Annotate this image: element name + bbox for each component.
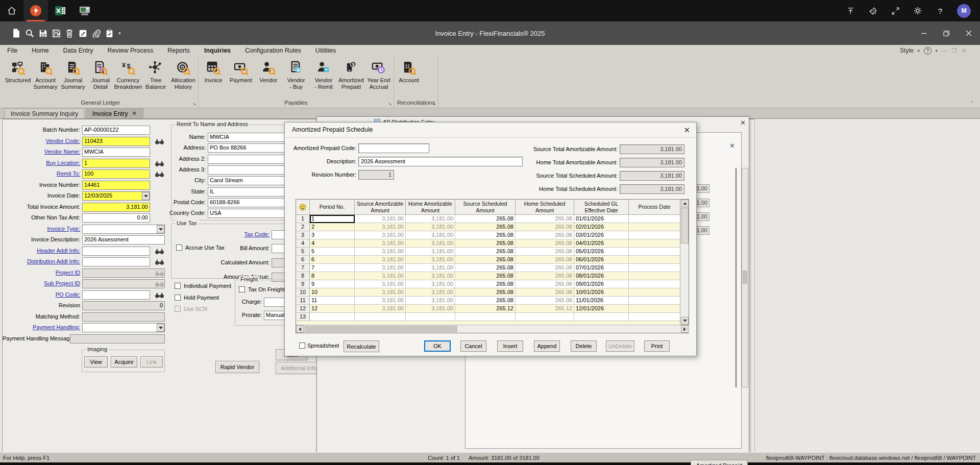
- menu-tab-home[interactable]: Home: [24, 45, 56, 56]
- menu-tab-inquiries[interactable]: Inquiries: [197, 45, 238, 56]
- cell-gl-date[interactable]: 03/01/2026: [574, 231, 629, 239]
- menu-tab-configuration-rules[interactable]: Configuration Rules: [238, 45, 308, 56]
- ribbon-account-summary[interactable]: AccountSummary: [32, 59, 59, 91]
- doc-tab-close-icon[interactable]: ✕: [132, 110, 136, 117]
- cell-src-amort[interactable]: [355, 313, 406, 321]
- ap-window-close-icon[interactable]: ✕: [740, 119, 746, 127]
- dropdown-icon-payment-handling[interactable]: [157, 324, 164, 332]
- table-horizontal-scrollbar[interactable]: [296, 325, 690, 333]
- cell-process-date[interactable]: [629, 215, 680, 223]
- cell-process-date[interactable]: [629, 313, 680, 321]
- cell-gl-date[interactable]: 01/01/2026: [574, 215, 629, 223]
- restore-button[interactable]: [935, 25, 958, 42]
- horizontal-scroll-thumb[interactable]: [304, 326, 457, 332]
- lookup-binoculars-icon-vendor-code[interactable]: [155, 138, 164, 144]
- cell-src-sched[interactable]: 265.08: [455, 280, 516, 288]
- scroll-up-icon[interactable]: [681, 200, 689, 207]
- table-header-source-amortizable[interactable]: Source Amortizable Amount: [355, 200, 406, 215]
- dropdown-icon-invoice-type[interactable]: [157, 225, 164, 233]
- lookup-binoculars-icon-po-code[interactable]: [155, 291, 164, 298]
- group-dialog-launcher-icon[interactable]: ↘: [192, 102, 196, 106]
- cell-home-sched[interactable]: 265.08: [516, 256, 574, 264]
- menu-tab-reports[interactable]: Reports: [160, 45, 197, 56]
- ribbon-year-end-accrual[interactable]: Year EndAccrual: [365, 59, 393, 91]
- cell-process-date[interactable]: [629, 272, 680, 280]
- ribbon-invoice[interactable]: Invoice: [200, 59, 227, 85]
- ribbon-journal-detail[interactable]: JournalDetail: [87, 59, 114, 91]
- style-caret-icon[interactable]: ▾: [918, 48, 920, 53]
- cell-src-amort[interactable]: 3,181.00: [355, 280, 406, 288]
- row-number[interactable]: 3: [296, 231, 310, 239]
- doc-tab-invoice-entry[interactable]: Invoice Entry✕: [86, 108, 143, 118]
- cell-period[interactable]: 2: [310, 223, 355, 231]
- cell-process-date[interactable]: [629, 264, 680, 272]
- append-button[interactable]: Append: [534, 340, 560, 352]
- lookup-binoculars-icon-distribution-addl-info[interactable]: [155, 258, 164, 265]
- cell-src-sched[interactable]: 265.08: [455, 264, 516, 272]
- ribbon-vendor-remit[interactable]: Vendor- Remit: [310, 59, 337, 91]
- ribbon-journal-summary[interactable]: JournalSummary: [59, 59, 87, 91]
- cell-home-amort[interactable]: 3,181.00: [406, 264, 455, 272]
- field-batch-number[interactable]: AP-00000122: [82, 126, 150, 135]
- quick-access-caret-icon[interactable]: ▾: [118, 31, 121, 36]
- view-button[interactable]: View: [84, 356, 108, 368]
- field-label-header-addl-info[interactable]: Header Addl Info:: [7, 247, 80, 256]
- mdi-window-controls[interactable]: — ❐ ✕: [942, 47, 968, 54]
- cell-process-date[interactable]: [629, 248, 680, 256]
- help-icon[interactable]: ?: [935, 5, 946, 16]
- cell-src-sched[interactable]: 265.08: [455, 215, 516, 223]
- scroll-right-icon[interactable]: [681, 325, 689, 333]
- ribbon-account[interactable]: Account: [395, 59, 423, 85]
- cell-gl-date[interactable]: 02/01/2026: [574, 223, 629, 231]
- tasks-icon[interactable]: [104, 28, 114, 38]
- ribbon-vendor[interactable]: Vendor: [255, 59, 282, 85]
- cell-src-sched[interactable]: 265.08: [455, 231, 516, 239]
- row-number[interactable]: 4: [296, 239, 310, 248]
- settings-gear-icon[interactable]: [912, 5, 923, 16]
- ribbon-currency-breakdown[interactable]: ¥$CurrencyBreakdown: [114, 59, 142, 91]
- cell-src-sched[interactable]: 265.08: [455, 288, 516, 297]
- find-icon[interactable]: [24, 28, 35, 38]
- cell-gl-date[interactable]: 11/01/2026: [574, 297, 629, 305]
- cell-period[interactable]: 10: [310, 288, 355, 297]
- scroll-down-icon[interactable]: [681, 317, 689, 325]
- menu-tab-file[interactable]: File: [0, 45, 24, 56]
- table-header-source-scheduled[interactable]: Source Scheduled Amount: [455, 200, 516, 215]
- cell-home-amort[interactable]: 3,181.00: [406, 305, 455, 313]
- cell-home-sched[interactable]: 265.08: [516, 239, 574, 248]
- scroll-left-icon[interactable]: [296, 325, 304, 333]
- new-document-icon[interactable]: [11, 28, 21, 38]
- cell-src-sched[interactable]: 265.08: [455, 297, 516, 305]
- field-total-invoice-amount[interactable]: 3,181.00: [82, 203, 150, 212]
- row-number[interactable]: 7: [296, 264, 310, 272]
- cell-home-amort[interactable]: 3,181.00: [406, 215, 455, 223]
- field-other-non-tax-amt[interactable]: 0.00: [82, 213, 150, 223]
- row-number[interactable]: 10: [296, 288, 310, 297]
- ribbon-collapse-icon[interactable]: ⌃: [970, 101, 974, 106]
- cell-home-sched[interactable]: 265.08: [516, 231, 574, 239]
- cell-period[interactable]: 11: [310, 297, 355, 305]
- table-header-period-no[interactable]: Period No.: [310, 200, 355, 215]
- field-label-distribution-addl-info[interactable]: Distribution Addl Info:: [7, 257, 80, 266]
- dialog-field-description[interactable]: 2026 Assessment: [358, 157, 523, 166]
- cell-period[interactable]: 5: [310, 248, 355, 256]
- table-header-home-amortizable[interactable]: Home Amortizable Amount: [406, 200, 455, 215]
- cell-home-sched[interactable]: 265.12: [516, 305, 574, 313]
- menu-tab-review-process[interactable]: Review Process: [101, 45, 161, 56]
- table-header-scheduled-gl[interactable]: Scheduled GL Effective Date: [574, 200, 629, 215]
- cell-process-date[interactable]: [629, 231, 680, 239]
- cell-period[interactable]: 1: [310, 215, 355, 223]
- field-invoice-description[interactable]: 2026 Assessment: [82, 235, 165, 244]
- row-number[interactable]: 2: [296, 223, 310, 231]
- ribbon-vendor-buy[interactable]: Vendor- Buy: [282, 59, 310, 91]
- cell-src-amort[interactable]: 3,181.00: [355, 288, 406, 297]
- cell-process-date[interactable]: [629, 297, 680, 305]
- cell-home-sched[interactable]: 265.08: [516, 272, 574, 280]
- cell-period[interactable]: 6: [310, 256, 355, 264]
- edit-icon[interactable]: [78, 28, 88, 38]
- cell-process-date[interactable]: [629, 256, 680, 264]
- field-label-sub-project-id[interactable]: Sub Project ID: [7, 279, 80, 288]
- pin-icon[interactable]: [867, 5, 878, 16]
- field-remit-to[interactable]: 100: [82, 169, 150, 179]
- field-vendor-code[interactable]: 110423: [82, 137, 150, 146]
